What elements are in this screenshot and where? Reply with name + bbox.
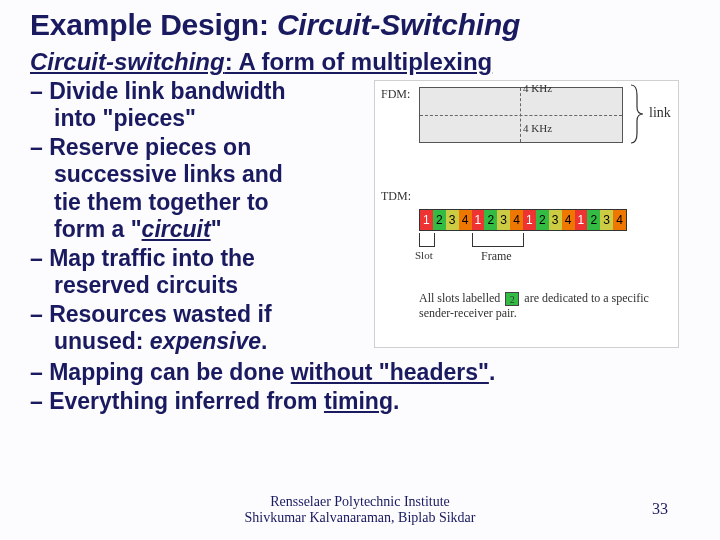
tdm-cell: 1 xyxy=(420,210,433,230)
bullet-2-l3: tie them together to xyxy=(30,189,370,216)
footer: Rensselaer Polytechnic Institute Shivkum… xyxy=(0,494,720,526)
title-text-a: Example Design: xyxy=(30,8,277,41)
bullet-5-post: . xyxy=(489,359,495,385)
title-text-b: Circuit-Switching xyxy=(277,8,520,41)
tdm-row: 1 2 3 4 1 2 3 4 1 2 3 4 1 2 3 4 xyxy=(419,209,627,231)
bullet-2-l4-it: circuit xyxy=(142,216,211,242)
tdm-cell: 3 xyxy=(446,210,459,230)
bullet-1-l1: – Divide link bandwidth xyxy=(30,78,286,104)
subhead-b: : A form of multiplexing xyxy=(225,48,493,75)
subhead-a: Circuit-switching xyxy=(30,48,225,75)
bullet-2-l1: – Reserve pieces on xyxy=(30,134,251,160)
tdm-cell: 3 xyxy=(549,210,562,230)
bullet-5-pre: – Mapping can be done xyxy=(30,359,291,385)
bullet-list-left: – Divide link bandwidth into "pieces" – … xyxy=(30,78,370,357)
tdm-cell: 3 xyxy=(497,210,510,230)
bullet-list-bottom: – Mapping can be done without "headers".… xyxy=(30,359,690,415)
page-number: 33 xyxy=(652,500,668,518)
fdm-4khz-top: 4 KHz xyxy=(523,82,552,94)
fdm-label: FDM: xyxy=(381,87,410,102)
bullet-2-l4-post: " xyxy=(211,216,222,242)
bullet-4-l2-pre: unused: xyxy=(54,328,150,354)
bullet-4-l2-it: expensive xyxy=(150,328,261,354)
tdm-cell: 2 xyxy=(587,210,600,230)
diagram-caption: All slots labelled 2 are dedicated to a … xyxy=(419,291,672,321)
tdm-cell: 3 xyxy=(600,210,613,230)
bullet-4-l2: unused: expensive. xyxy=(30,328,370,355)
bullet-4: – Resources wasted if unused: expensive. xyxy=(30,301,370,355)
bullet-2-l4-pre: form a " xyxy=(54,216,142,242)
fdm-vertline xyxy=(520,88,521,142)
tdm-cell: 2 xyxy=(484,210,497,230)
tdm-cell: 2 xyxy=(433,210,446,230)
bullet-2: – Reserve pieces on successive links and… xyxy=(30,134,370,243)
bullet-6-post: . xyxy=(393,388,399,414)
content-row: – Divide link bandwidth into "pieces" – … xyxy=(30,78,690,357)
footer-line-2: Shivkumar Kalvanaraman, Biplab Sikdar xyxy=(0,510,720,526)
frame-bracket-icon xyxy=(472,233,524,247)
tdm-cell: 4 xyxy=(613,210,626,230)
fdm-midline xyxy=(420,115,622,116)
footer-line-1: Rensselaer Polytechnic Institute xyxy=(0,494,720,510)
bullet-1-l2: into "pieces" xyxy=(30,105,370,132)
bullet-5-u: without "headers" xyxy=(291,359,489,385)
bullet-2-l2: successive links and xyxy=(30,161,370,188)
tdm-cell: 1 xyxy=(575,210,588,230)
diagram-box: FDM: 4 KHz 4 KHz link TDM: 1 2 3 4 1 xyxy=(374,80,679,348)
bullet-4-l1: – Resources wasted if xyxy=(30,301,272,327)
bullet-3-l1: – Map traffic into the xyxy=(30,245,255,271)
fdm-box xyxy=(419,87,623,143)
tdm-cell: 1 xyxy=(523,210,536,230)
slide: Example Design: Circuit-Switching Circui… xyxy=(0,0,720,540)
tdm-cell: 1 xyxy=(472,210,485,230)
bullet-6: – Everything inferred from timing. xyxy=(30,388,690,415)
tdm-label: TDM: xyxy=(381,189,411,204)
tdm-cell: 4 xyxy=(562,210,575,230)
slot-bracket-icon xyxy=(419,233,435,247)
bullet-2-l4: form a "circuit" xyxy=(30,216,370,243)
link-label: link xyxy=(649,105,671,121)
slot-label: Slot xyxy=(415,249,433,261)
fdm-4khz-bot: 4 KHz xyxy=(523,122,552,134)
brace-icon xyxy=(627,83,647,145)
tdm-cell: 4 xyxy=(459,210,472,230)
bullet-5: – Mapping can be done without "headers". xyxy=(30,359,690,386)
slot2-icon: 2 xyxy=(505,292,519,306)
slide-title: Example Design: Circuit-Switching xyxy=(30,8,690,42)
diagram-column: FDM: 4 KHz 4 KHz link TDM: 1 2 3 4 1 xyxy=(374,78,690,357)
bullet-3: – Map traffic into the reserved circuits xyxy=(30,245,370,299)
caption-a: All slots labelled xyxy=(419,291,503,305)
tdm-cell: 4 xyxy=(510,210,523,230)
bullet-6-pre: – Everything inferred from xyxy=(30,388,324,414)
slide-subhead: Circuit-switching: A form of multiplexin… xyxy=(30,48,690,76)
bullet-1: – Divide link bandwidth into "pieces" xyxy=(30,78,370,132)
tdm-cell: 2 xyxy=(536,210,549,230)
bullet-6-u: timing xyxy=(324,388,393,414)
frame-label: Frame xyxy=(481,249,512,264)
bullet-3-l2: reserved circuits xyxy=(30,272,370,299)
